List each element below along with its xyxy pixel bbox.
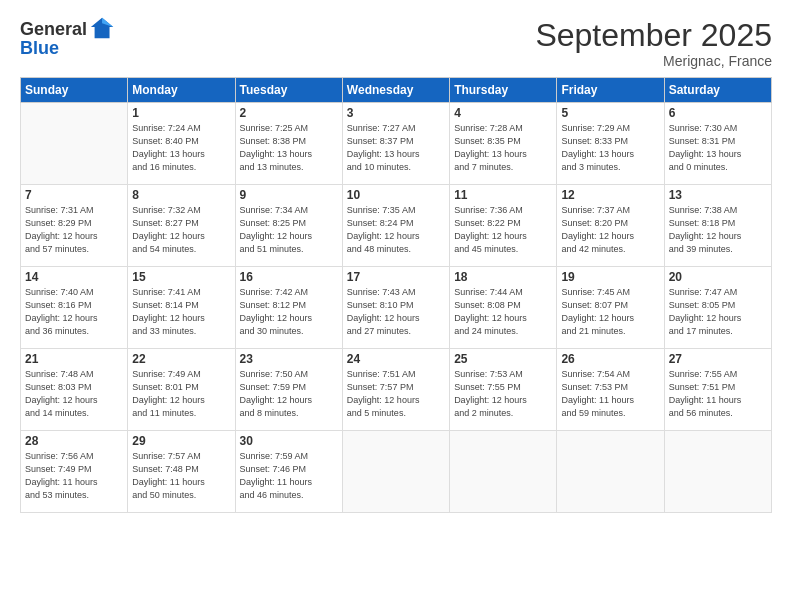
month-title: September 2025 [535, 18, 772, 53]
day-number: 13 [669, 188, 767, 202]
day-number: 22 [132, 352, 230, 366]
day-info: Sunrise: 7:51 AM Sunset: 7:57 PM Dayligh… [347, 368, 445, 420]
day-info: Sunrise: 7:48 AM Sunset: 8:03 PM Dayligh… [25, 368, 123, 420]
calendar-cell: 26Sunrise: 7:54 AM Sunset: 7:53 PM Dayli… [557, 349, 664, 431]
title-area: September 2025 Merignac, France [535, 18, 772, 69]
day-number: 29 [132, 434, 230, 448]
day-number: 16 [240, 270, 338, 284]
calendar-cell: 10Sunrise: 7:35 AM Sunset: 8:24 PM Dayli… [342, 185, 449, 267]
day-number: 5 [561, 106, 659, 120]
calendar-cell: 23Sunrise: 7:50 AM Sunset: 7:59 PM Dayli… [235, 349, 342, 431]
calendar-cell: 11Sunrise: 7:36 AM Sunset: 8:22 PM Dayli… [450, 185, 557, 267]
calendar-cell: 4Sunrise: 7:28 AM Sunset: 8:35 PM Daylig… [450, 103, 557, 185]
day-number: 12 [561, 188, 659, 202]
calendar-cell [342, 431, 449, 513]
logo: General Blue [20, 18, 117, 59]
day-number: 6 [669, 106, 767, 120]
day-info: Sunrise: 7:24 AM Sunset: 8:40 PM Dayligh… [132, 122, 230, 174]
day-info: Sunrise: 7:55 AM Sunset: 7:51 PM Dayligh… [669, 368, 767, 420]
calendar-cell [557, 431, 664, 513]
svg-marker-0 [91, 18, 113, 39]
calendar-cell: 6Sunrise: 7:30 AM Sunset: 8:31 PM Daylig… [664, 103, 771, 185]
calendar-cell: 25Sunrise: 7:53 AM Sunset: 7:55 PM Dayli… [450, 349, 557, 431]
calendar-week-1: 1Sunrise: 7:24 AM Sunset: 8:40 PM Daylig… [21, 103, 772, 185]
day-number: 24 [347, 352, 445, 366]
calendar-week-3: 14Sunrise: 7:40 AM Sunset: 8:16 PM Dayli… [21, 267, 772, 349]
header-row: Sunday Monday Tuesday Wednesday Thursday… [21, 78, 772, 103]
calendar-week-2: 7Sunrise: 7:31 AM Sunset: 8:29 PM Daylig… [21, 185, 772, 267]
day-number: 21 [25, 352, 123, 366]
day-info: Sunrise: 7:57 AM Sunset: 7:48 PM Dayligh… [132, 450, 230, 502]
col-friday: Friday [557, 78, 664, 103]
day-info: Sunrise: 7:54 AM Sunset: 7:53 PM Dayligh… [561, 368, 659, 420]
col-tuesday: Tuesday [235, 78, 342, 103]
day-info: Sunrise: 7:27 AM Sunset: 8:37 PM Dayligh… [347, 122, 445, 174]
day-info: Sunrise: 7:53 AM Sunset: 7:55 PM Dayligh… [454, 368, 552, 420]
day-number: 26 [561, 352, 659, 366]
day-info: Sunrise: 7:35 AM Sunset: 8:24 PM Dayligh… [347, 204, 445, 256]
calendar-cell: 18Sunrise: 7:44 AM Sunset: 8:08 PM Dayli… [450, 267, 557, 349]
day-number: 15 [132, 270, 230, 284]
day-info: Sunrise: 7:50 AM Sunset: 7:59 PM Dayligh… [240, 368, 338, 420]
calendar-cell: 20Sunrise: 7:47 AM Sunset: 8:05 PM Dayli… [664, 267, 771, 349]
calendar-cell: 5Sunrise: 7:29 AM Sunset: 8:33 PM Daylig… [557, 103, 664, 185]
day-number: 11 [454, 188, 552, 202]
calendar-cell: 13Sunrise: 7:38 AM Sunset: 8:18 PM Dayli… [664, 185, 771, 267]
day-number: 7 [25, 188, 123, 202]
day-info: Sunrise: 7:59 AM Sunset: 7:46 PM Dayligh… [240, 450, 338, 502]
calendar-cell: 22Sunrise: 7:49 AM Sunset: 8:01 PM Dayli… [128, 349, 235, 431]
day-number: 28 [25, 434, 123, 448]
day-number: 8 [132, 188, 230, 202]
calendar-page: General Blue September 2025 Merignac, Fr… [0, 0, 792, 612]
subtitle: Merignac, France [535, 53, 772, 69]
calendar-cell: 12Sunrise: 7:37 AM Sunset: 8:20 PM Dayli… [557, 185, 664, 267]
day-info: Sunrise: 7:47 AM Sunset: 8:05 PM Dayligh… [669, 286, 767, 338]
col-sunday: Sunday [21, 78, 128, 103]
col-saturday: Saturday [664, 78, 771, 103]
day-number: 17 [347, 270, 445, 284]
calendar-cell: 2Sunrise: 7:25 AM Sunset: 8:38 PM Daylig… [235, 103, 342, 185]
calendar-cell: 24Sunrise: 7:51 AM Sunset: 7:57 PM Dayli… [342, 349, 449, 431]
day-info: Sunrise: 7:56 AM Sunset: 7:49 PM Dayligh… [25, 450, 123, 502]
calendar-cell: 21Sunrise: 7:48 AM Sunset: 8:03 PM Dayli… [21, 349, 128, 431]
calendar-cell: 15Sunrise: 7:41 AM Sunset: 8:14 PM Dayli… [128, 267, 235, 349]
day-info: Sunrise: 7:42 AM Sunset: 8:12 PM Dayligh… [240, 286, 338, 338]
calendar-cell: 29Sunrise: 7:57 AM Sunset: 7:48 PM Dayli… [128, 431, 235, 513]
day-number: 3 [347, 106, 445, 120]
calendar-cell: 27Sunrise: 7:55 AM Sunset: 7:51 PM Dayli… [664, 349, 771, 431]
day-info: Sunrise: 7:31 AM Sunset: 8:29 PM Dayligh… [25, 204, 123, 256]
calendar-cell [21, 103, 128, 185]
day-info: Sunrise: 7:44 AM Sunset: 8:08 PM Dayligh… [454, 286, 552, 338]
logo-blue: Blue [20, 38, 59, 59]
calendar-cell [450, 431, 557, 513]
day-number: 4 [454, 106, 552, 120]
day-info: Sunrise: 7:41 AM Sunset: 8:14 PM Dayligh… [132, 286, 230, 338]
header: General Blue September 2025 Merignac, Fr… [20, 18, 772, 69]
calendar-cell: 14Sunrise: 7:40 AM Sunset: 8:16 PM Dayli… [21, 267, 128, 349]
col-wednesday: Wednesday [342, 78, 449, 103]
calendar-cell: 16Sunrise: 7:42 AM Sunset: 8:12 PM Dayli… [235, 267, 342, 349]
day-number: 27 [669, 352, 767, 366]
day-number: 1 [132, 106, 230, 120]
calendar-cell: 9Sunrise: 7:34 AM Sunset: 8:25 PM Daylig… [235, 185, 342, 267]
calendar-cell: 7Sunrise: 7:31 AM Sunset: 8:29 PM Daylig… [21, 185, 128, 267]
calendar-cell: 3Sunrise: 7:27 AM Sunset: 8:37 PM Daylig… [342, 103, 449, 185]
day-number: 25 [454, 352, 552, 366]
logo-text: General [20, 20, 87, 40]
day-info: Sunrise: 7:25 AM Sunset: 8:38 PM Dayligh… [240, 122, 338, 174]
day-info: Sunrise: 7:36 AM Sunset: 8:22 PM Dayligh… [454, 204, 552, 256]
day-info: Sunrise: 7:45 AM Sunset: 8:07 PM Dayligh… [561, 286, 659, 338]
day-info: Sunrise: 7:49 AM Sunset: 8:01 PM Dayligh… [132, 368, 230, 420]
calendar-cell: 19Sunrise: 7:45 AM Sunset: 8:07 PM Dayli… [557, 267, 664, 349]
day-info: Sunrise: 7:43 AM Sunset: 8:10 PM Dayligh… [347, 286, 445, 338]
day-info: Sunrise: 7:30 AM Sunset: 8:31 PM Dayligh… [669, 122, 767, 174]
day-info: Sunrise: 7:28 AM Sunset: 8:35 PM Dayligh… [454, 122, 552, 174]
calendar-cell: 8Sunrise: 7:32 AM Sunset: 8:27 PM Daylig… [128, 185, 235, 267]
calendar-week-5: 28Sunrise: 7:56 AM Sunset: 7:49 PM Dayli… [21, 431, 772, 513]
day-info: Sunrise: 7:32 AM Sunset: 8:27 PM Dayligh… [132, 204, 230, 256]
day-number: 20 [669, 270, 767, 284]
calendar-cell: 28Sunrise: 7:56 AM Sunset: 7:49 PM Dayli… [21, 431, 128, 513]
calendar-table: Sunday Monday Tuesday Wednesday Thursday… [20, 77, 772, 513]
col-monday: Monday [128, 78, 235, 103]
day-number: 9 [240, 188, 338, 202]
